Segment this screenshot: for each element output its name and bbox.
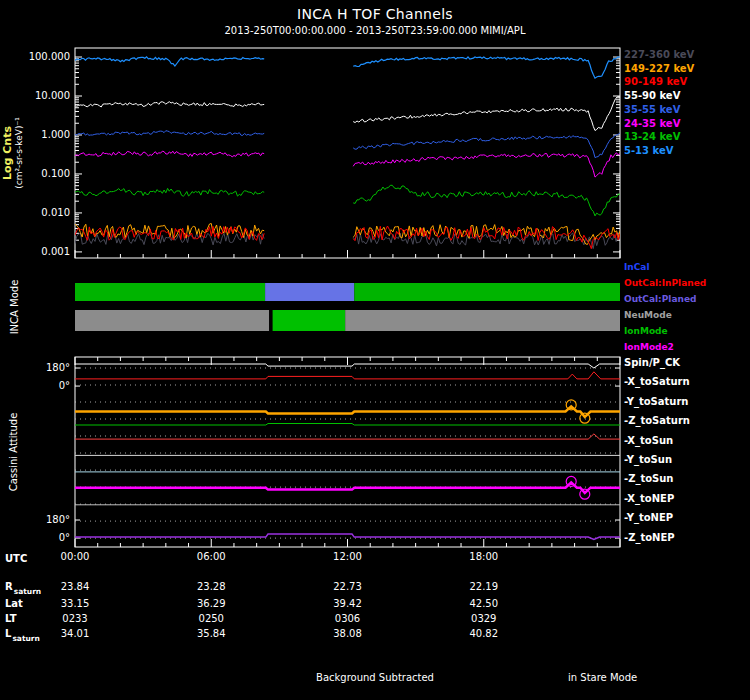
tof-ytick-label: 100.000 (2, 51, 70, 62)
ephemeris-value: 40.82 (454, 628, 514, 639)
legend-tof-5-13-kev: 5-13 keV (624, 145, 673, 156)
tof-ytick-label: 10.000 (2, 90, 70, 101)
mode-bar-segment (75, 310, 269, 331)
mode-bar-segment (354, 283, 620, 301)
legend-tof-227-360-kev: 227-360 keV (624, 49, 694, 60)
x-tick-label: 06:00 (181, 551, 241, 562)
ephemeris-row-label: LT (5, 613, 17, 624)
legend-attitude--z-tosun: -Z_toSun (624, 473, 674, 484)
mode-bar-segment (345, 310, 620, 331)
x-tick-label: 18:00 (454, 551, 514, 562)
y-axis-label-inca-mode: INCA Mode (9, 280, 20, 335)
tof-series-24-35-kev (75, 151, 264, 157)
x-tick-label: 00:00 (45, 551, 105, 562)
tof-series-13-24-kev (75, 188, 264, 196)
attitude-panel-frame (75, 357, 620, 547)
tof-series-13-24-kev (353, 185, 620, 216)
ephemeris-value: 42.50 (454, 598, 514, 609)
attitude-series--z-tonep (75, 534, 620, 539)
tof-series-24-35-kev (353, 153, 620, 177)
tof-ytick-label: 0.001 (2, 246, 70, 257)
mode-bar-segment (265, 283, 354, 301)
ephemeris-value: 38.08 (318, 628, 378, 639)
ephemeris-value: 0306 (318, 613, 378, 624)
tof-series-35-55-kev (353, 133, 620, 158)
ephemeris-value: 0250 (181, 613, 241, 624)
y-axis-label-cassini-attitude: Cassini Attitude (8, 413, 19, 492)
attitude-series--y-tosaturn (75, 406, 620, 417)
ephemeris-value: 36.29 (181, 598, 241, 609)
attitude-ytick-label: 180° (2, 362, 70, 373)
legend-attitude--y-tonep: -Y_toNEP (624, 512, 673, 523)
ephemeris-value: 35.84 (181, 628, 241, 639)
attitude-series--z-tosaturn (75, 424, 620, 426)
legend-attitude--y-tosun: -Y_toSun (624, 454, 672, 465)
legend-tof-149-227-kev: 149-227 keV (624, 63, 694, 74)
tof-series-35-55-kev (75, 131, 264, 136)
legend-tof-24-35-kev: 24-35 keV (624, 118, 680, 129)
tof-ytick-label: 0.010 (2, 207, 70, 218)
utc-axis-label: UTC (5, 553, 27, 564)
legend-tof-35-55-kev: 35-55 keV (624, 104, 680, 115)
mode-bar-segment (269, 310, 272, 331)
attitude-series--x-tosun (75, 434, 620, 439)
legend-mode-outcal-planed: OutCal:Planed (624, 294, 696, 304)
legend-mode-incal: InCal (624, 262, 650, 272)
tof-series-5-13-kev (353, 57, 620, 78)
tof-series-55-90-kev (75, 102, 264, 107)
legend-tof-13-24-kev: 13-24 keV (624, 131, 680, 142)
legend-attitude--y-tosaturn: -Y_toSaturn (624, 396, 688, 407)
legend-mode-ionmode: IonMode (624, 326, 668, 336)
footer-background-subtracted: Background Subtracted (0, 672, 750, 683)
ephemeris-row-label: Rsaturn (5, 581, 40, 592)
ephemeris-value: 33.15 (45, 598, 105, 609)
attitude-ytick-label: 180° (2, 514, 70, 525)
mode-bar-segment (75, 283, 265, 301)
legend-attitude--z-tonep: -Z_toNEP (624, 532, 675, 543)
tof-ytick-label: 0.100 (2, 168, 70, 179)
attitude-ytick-label: 0° (2, 532, 70, 543)
ephemeris-row-label: Lsaturn (5, 628, 39, 639)
ephemeris-row-label: Lat (5, 598, 23, 609)
legend-attitude--z-tosaturn: -Z_toSaturn (624, 415, 690, 426)
ephemeris-value: 0233 (45, 613, 105, 624)
ephemeris-value: 39.42 (318, 598, 378, 609)
ephemeris-value: 22.19 (454, 581, 514, 592)
legend-attitude--x-tosun: -X_toSun (624, 435, 673, 446)
legend-mode-outcal-inplaned: OutCal:InPlaned (624, 278, 706, 288)
legend-tof-90-149-kev: 90-149 keV (624, 76, 687, 87)
legend-mode-neumode: NeuMode (624, 310, 672, 320)
tof-series-55-90-kev (353, 97, 620, 131)
legend-attitude--x-tosaturn: -X_toSaturn (624, 376, 690, 387)
footer-stare-mode: in Stare Mode (568, 672, 637, 683)
legend-mode-ionmode2: IonMode2 (624, 342, 674, 352)
attitude-series--x-tonep (75, 482, 620, 493)
tof-series-5-13-kev (75, 57, 264, 66)
mode-bar-segment (273, 310, 346, 331)
ephemeris-value: 23.84 (45, 581, 105, 592)
x-tick-label: 12:00 (318, 551, 378, 562)
ephemeris-value: 23.28 (181, 581, 241, 592)
ephemeris-value: 34.01 (45, 628, 105, 639)
ephemeris-value: 22.73 (318, 581, 378, 592)
legend-attitude-spin-p-ck: Spin/P_CK (624, 357, 680, 368)
inca-tof-screen: { "header": { "title": "INCA H TOF Chann… (0, 0, 750, 700)
legend-attitude--x-tonep: -X_toNEP (624, 493, 674, 504)
attitude-ytick-label: 0° (2, 380, 70, 391)
legend-tof-55-90-kev: 55-90 keV (624, 90, 680, 101)
tof-ytick-label: 1.000 (2, 129, 70, 140)
attitude-series--x-tosaturn (75, 372, 620, 379)
ephemeris-value: 0329 (454, 613, 514, 624)
